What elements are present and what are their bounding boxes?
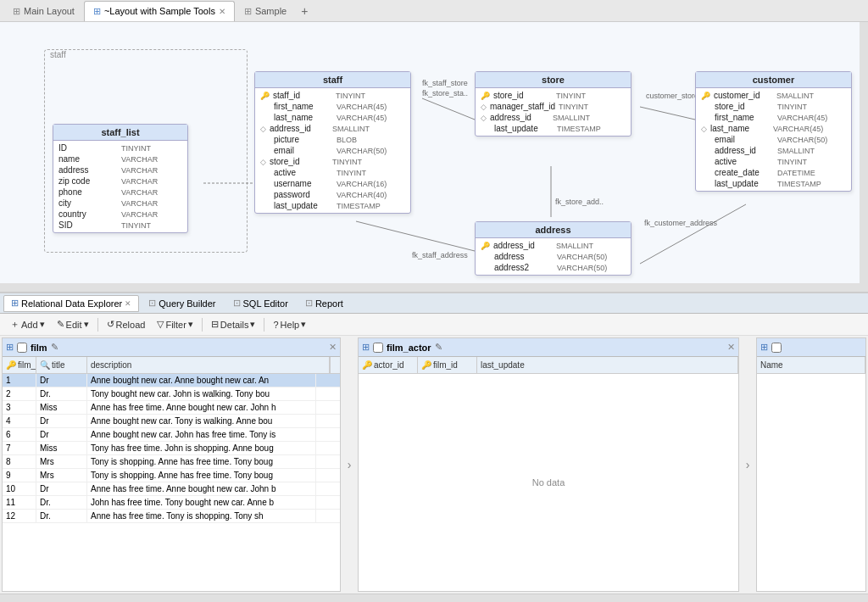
film-actor-table-close[interactable]: ✕ [727,342,735,353]
film-actor-col-actor-id[interactable]: 🔑 actor_id [359,357,418,373]
details-button[interactable]: ⊟ Details ▾ [206,317,261,332]
toolbar-sep-2 [202,318,203,332]
edit-button[interactable]: ✎ Edit ▾ [52,317,94,332]
table-row: usernameVARCHAR(16) [255,178,410,189]
table-row: ◇manager_staff_idTINYINT [476,101,631,112]
table-row: first_nameVARCHAR(45) [696,112,851,123]
help-button[interactable]: ? Help ▾ [268,317,311,332]
table-row: 🔑staff_idTINYINT [255,90,410,101]
tab-report[interactable]: ⊡ Report [298,295,351,312]
film-actor-table-checkbox[interactable] [373,343,383,353]
fk-icon: ◇ [481,114,487,122]
tab-report-label: Report [315,298,343,309]
key-icon: 🔑 [421,360,431,370]
table-row: emailVARCHAR(50) [696,134,851,145]
reload-button[interactable]: ↺ Reload [102,317,151,332]
table-row[interactable]: 3 Miss Anne has free time. Anne bought n… [3,401,340,415]
table-row[interactable]: 10 Dr Anne has free time. Anne bought ne… [3,482,340,496]
tab-query-builder[interactable]: ⊡ Query Builder [141,295,223,312]
svg-line-3 [356,221,475,251]
add-dropdown-icon: ▾ [40,319,45,330]
svg-text:fk_customer_address: fk_customer_address [644,219,718,227]
tool-tabs: ⊞ Relational Data Explorer ✕ ⊡ Query Bui… [0,293,868,314]
table-row[interactable]: 7 Miss Tony has free time. John is shopp… [3,442,340,455]
table-row: 🔑store_idTINYINT [476,90,631,101]
help-dropdown-icon: ▾ [301,319,306,330]
tab-layout-sample[interactable]: ⊞ ~Layout with Sample Tools ✕ [84,1,235,21]
table-row[interactable]: 8 Mrs Tony is shopping. Anne has free ti… [3,455,340,469]
store-table-header: store [476,72,631,88]
table-row: SIDTINYINT [53,220,187,231]
table-row: 🔑address_idSMALLINT [476,240,631,251]
table-row: store_idTINYINT [696,101,851,112]
query-icon: ⊡ [148,298,156,309]
film-actor-body: No data [359,374,738,591]
filter-button[interactable]: ▽ Filter ▾ [152,317,198,332]
bottom-hscroll[interactable] [0,594,868,602]
film-actor-col-headers: 🔑 actor_id 🔑 film_id last_update [359,357,738,374]
film-id-cell: 1 [3,374,36,387]
table-row: first_nameVARCHAR(45) [255,101,410,112]
table-row[interactable]: 11 Dr. John has free time. Tony bought n… [3,496,340,510]
table-row: emailVARCHAR(50) [255,145,410,156]
film-table-close[interactable]: ✕ [329,342,337,353]
film-table-checkbox[interactable] [17,343,27,353]
table-row[interactable]: 4 Dr Anne bought new car. Tony is walkin… [3,415,340,428]
tab-relational-explorer-close[interactable]: ✕ [125,299,131,308]
desc-cell: Anne bought new car. Anne bought new car… [87,374,316,387]
layout-icon-active: ⊞ [93,6,101,17]
diagram-scroll[interactable]: staff fk_staff_store fk_store_sta.. fk_s… [0,22,868,292]
tab-layout-sample-close[interactable]: ✕ [219,7,225,16]
film-table-edit-icon[interactable]: ✎ [51,342,58,353]
film-actor-to-name-arrow: › [741,337,754,592]
name-table-checkbox[interactable] [771,343,782,353]
tab-relational-explorer[interactable]: ⊞ Relational Data Explorer ✕ [3,295,139,312]
diagram-v-scrollbar[interactable] [860,22,868,283]
add-button[interactable]: ＋ Add ▾ [5,316,50,332]
table-row: activeTINYINT [696,156,851,167]
diagram-h-scrollbar[interactable] [0,283,868,292]
table-row[interactable]: 1 Dr Anne bought new car. Anne bought ne… [3,374,340,387]
staff-group-label: staff [47,50,69,59]
tab-sql-editor[interactable]: ⊡ SQL Editor [225,295,296,312]
film-actor-col-film-id[interactable]: 🔑 film_id [418,357,477,373]
film-table-body[interactable]: 1 Dr Anne bought new car. Anne bought ne… [3,374,340,591]
tab-relational-explorer-label: Relational Data Explorer [21,298,122,309]
film-col-title[interactable]: 🔍 title [36,357,87,373]
fk-icon: ◇ [260,125,266,133]
details-icon: ⊟ [211,319,219,330]
film-col-film-id[interactable]: 🔑 film_id [3,357,36,373]
filter-dropdown-icon: ▾ [188,319,193,330]
table-row: addressVARCHAR [53,164,187,176]
staff-list-table-header: staff_list [53,125,187,141]
table-row[interactable]: 2 Dr. Tony bought new car. John is walki… [3,387,340,401]
staff-table-header: staff [255,72,410,88]
tab-sql-editor-label: SQL Editor [243,298,288,309]
film-actor-table-title: film_actor [387,343,431,353]
tab-main-layout[interactable]: ⊞ Main Layout [3,1,84,21]
table-row: ◇address_idSMALLINT [255,123,410,134]
staff-table: staff 🔑staff_idTINYINT first_nameVARCHAR… [254,71,411,214]
table-row: ◇store_idTINYINT [255,156,410,167]
table-row: create_dateDATETIME [696,167,851,178]
table-row: countryVARCHAR [53,209,187,220]
tab-sample[interactable]: ⊞ Sample [235,1,296,21]
table-row: last_nameVARCHAR(45) [255,112,410,123]
address-table: address 🔑address_idSMALLINT addressVARCH… [475,221,632,276]
table-row[interactable]: 9 Mrs Tony is shopping. Anne has free ti… [3,469,340,482]
table-row[interactable]: 12 Dr. Anne has free time. Tony is shopp… [3,510,340,523]
name-table-body [757,374,865,591]
help-icon: ? [273,320,278,330]
add-tab-button[interactable]: + [296,4,313,18]
table-row[interactable]: 6 Dr Anne bought new car. John has free … [3,428,340,442]
svg-text:fk_store_sta..: fk_store_sta.. [422,89,468,98]
film-col-description[interactable]: description [87,357,330,373]
table-row: last_updateTIMESTAMP [696,178,851,189]
film-actor-col-last-update[interactable]: last_update [477,357,738,373]
staff-table-body: 🔑staff_idTINYINT first_nameVARCHAR(45) l… [255,88,410,213]
bottom-panel: ⊞ Relational Data Explorer ✕ ⊡ Query Bui… [0,293,868,602]
customer-table-header: customer [696,72,851,88]
staff-list-table: staff_list IDTINYINT nameVARCHAR address… [53,124,188,233]
film-actor-edit-icon[interactable]: ✎ [435,342,442,353]
name-col-name[interactable]: Name [757,357,865,373]
